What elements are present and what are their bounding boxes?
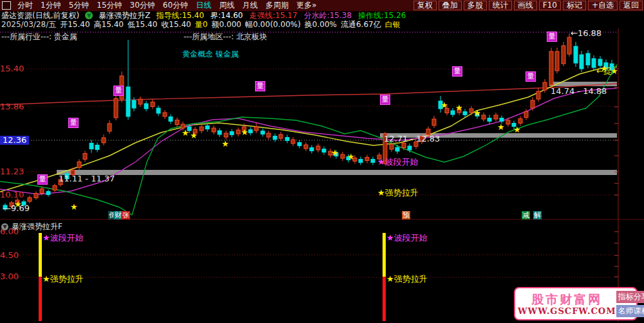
candle-body xyxy=(549,51,553,85)
candle-body xyxy=(218,131,222,134)
period-menu-item-3[interactable]: 15分钟 xyxy=(93,0,126,11)
chevron-down-icon[interactable]: ▼ xyxy=(85,12,93,19)
quote-field-10: 白银 xyxy=(385,19,401,30)
quote-field-6: 额0.000 xyxy=(211,19,241,30)
candle-body xyxy=(132,100,136,108)
candle-body xyxy=(463,112,467,115)
toolbar-button-1[interactable]: 叠加 xyxy=(439,1,462,10)
candle-body xyxy=(304,145,308,149)
candle-body xyxy=(439,101,442,109)
candle-body xyxy=(445,109,449,113)
quote-field-9: 流通6.67亿 xyxy=(341,19,381,30)
period-menu-item-10[interactable]: 更多» xyxy=(292,0,320,11)
watermark: 股市财富网 WWW.GSCFW.COM 指标分享 名师课程 xyxy=(514,287,638,320)
candle-body xyxy=(383,134,387,163)
quote-field-1: 开15.40 xyxy=(60,19,90,30)
candle-body xyxy=(212,128,216,132)
candle-body xyxy=(469,109,473,113)
signal-bar-red xyxy=(383,277,386,321)
candle-body xyxy=(200,127,204,131)
watermark-tag-course: 名师课程 xyxy=(616,305,644,317)
candle-body xyxy=(500,118,504,122)
period-menu-item-0[interactable]: 分时 xyxy=(14,0,37,11)
period-menu-item-2[interactable]: 5分钟 xyxy=(65,0,93,11)
candle-body xyxy=(163,113,167,116)
chart-canvas[interactable] xyxy=(0,0,644,323)
candle-body xyxy=(341,154,345,158)
period-menu: 分时1分钟5分钟15分钟30分钟60分钟日线周线月线多周期更多» xyxy=(14,0,320,11)
candle-body xyxy=(512,124,516,127)
toolbar-button-7[interactable]: +自选 xyxy=(588,1,618,10)
period-menu-item-6[interactable]: 日线 xyxy=(192,0,215,11)
quote-field-4: 收15.40 xyxy=(161,19,191,30)
candle-body xyxy=(574,46,578,63)
candle-body xyxy=(395,147,399,151)
panel2-header: ▼ 暴涨强势拉升F xyxy=(1,221,62,232)
candle-body xyxy=(390,144,393,149)
quote-row: 2025/03/28/五开15.40高15.40低15.40收15.40量0额0… xyxy=(1,20,643,29)
candle-body xyxy=(322,149,326,152)
period-menu-item-1[interactable]: 1分钟 xyxy=(37,0,65,11)
toolbar-button-3[interactable]: 统计 xyxy=(489,1,512,10)
candle-body xyxy=(273,136,277,140)
candle-body xyxy=(334,153,338,156)
quote-field-5: 量0 xyxy=(195,19,208,30)
candle-body xyxy=(604,63,608,69)
toolbar-button-4[interactable]: 画线 xyxy=(514,1,537,10)
candle-body xyxy=(15,200,19,204)
candle-body xyxy=(494,115,498,119)
period-menu-item-8[interactable]: 月线 xyxy=(238,0,261,11)
window-icon[interactable] xyxy=(2,1,11,10)
candle-body xyxy=(175,120,179,125)
candle-body xyxy=(187,127,191,131)
candle-body xyxy=(59,180,62,185)
candle-body xyxy=(536,91,540,99)
candle-body xyxy=(279,134,283,138)
watermark-tags: 指标分享 名师课程 xyxy=(616,291,644,317)
period-menu-item-7[interactable]: 周线 xyxy=(215,0,238,11)
candle-body xyxy=(22,202,26,205)
industry-label: ---所属行业---: 贵金属 xyxy=(1,32,77,42)
watermark-left: 股市财富网 WWW.GSCFW.COM xyxy=(518,292,616,316)
candle-body xyxy=(28,198,32,201)
candle-body xyxy=(291,140,295,143)
period-menu-item-4[interactable]: 30分钟 xyxy=(126,0,159,11)
candle-body xyxy=(10,203,14,207)
period-menu-item-5[interactable]: 60分钟 xyxy=(159,0,192,11)
candle-body xyxy=(169,117,173,122)
candle-body xyxy=(249,130,252,133)
candle-body xyxy=(555,51,559,71)
candle-body xyxy=(261,131,265,134)
candle-body xyxy=(610,64,614,70)
candle-body xyxy=(151,102,155,107)
candle-body xyxy=(506,120,510,124)
toolbar-button-2[interactable]: 多股 xyxy=(464,1,487,10)
candle-body xyxy=(402,143,406,148)
candle-body xyxy=(586,53,590,65)
candle-body xyxy=(46,192,50,195)
period-menu-item-9[interactable]: 多周期 xyxy=(261,0,292,11)
candle-body xyxy=(531,100,535,108)
candle-body xyxy=(224,133,228,137)
candle-body xyxy=(488,118,491,122)
collapse-icon[interactable]: ▼ xyxy=(1,223,8,230)
toolbar-button-6[interactable]: 标记 xyxy=(563,1,586,10)
candle-body xyxy=(40,189,44,194)
candle-body xyxy=(298,143,301,146)
ma-line-magenta xyxy=(0,88,617,194)
toolbar-button-0[interactable]: 复权 xyxy=(413,1,437,10)
candle-body xyxy=(377,155,381,159)
candle-body xyxy=(482,115,486,119)
toolbar-button-5[interactable]: F10 xyxy=(539,1,561,10)
candle-body xyxy=(53,186,57,190)
candle-body xyxy=(310,148,314,151)
tdx-trading-app: 分时1分钟5分钟15分钟30分钟60分钟日线周线月线多周期更多» 复权叠加多股统… xyxy=(0,0,644,323)
candle-body xyxy=(359,160,363,163)
signal-bar-yellow xyxy=(39,233,42,277)
toolbar-button-8[interactable]: 返回 xyxy=(620,1,643,10)
candle-body xyxy=(432,119,436,125)
candle-body xyxy=(316,146,320,150)
candle-body xyxy=(285,138,289,141)
candle-body xyxy=(242,127,246,131)
candle-body xyxy=(181,124,185,128)
